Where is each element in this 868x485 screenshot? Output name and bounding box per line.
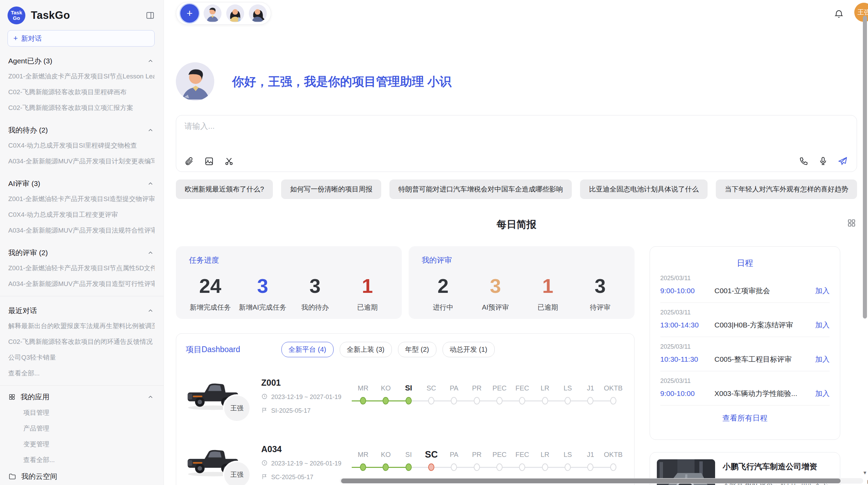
join-button[interactable]: 加入	[815, 320, 830, 330]
recent-chat-item[interactable]: 公司Q3轻卡销量	[8, 350, 155, 365]
sidebar-link[interactable]: 我的云空间	[8, 468, 155, 485]
sidebar-task-item[interactable]: Z001-全新燃油轻卡产品开发项目SI造型提交物评审	[8, 191, 155, 207]
chevron-up-icon[interactable]	[147, 307, 154, 314]
attachment-icon[interactable]	[184, 157, 194, 166]
milestone-node[interactable]	[428, 397, 434, 405]
vertical-scrollbar[interactable]: ▼	[863, 0, 867, 485]
milestone-node[interactable]	[383, 463, 389, 471]
milestone-label: PA	[443, 449, 465, 460]
notification-bell-icon[interactable]	[834, 9, 844, 21]
sidebar-task-item[interactable]: Z001-全新燃油轻卡产品开发项目SI节点属性5D文件评审	[8, 260, 155, 276]
send-icon[interactable]	[837, 156, 848, 166]
join-button[interactable]: 加入	[815, 355, 830, 364]
chat-input[interactable]	[184, 120, 849, 151]
sidebar-group-header[interactable]: 我的评审 (2)	[8, 245, 155, 260]
milestone-label: PEC	[488, 382, 511, 394]
grid-layout-icon[interactable]	[847, 218, 856, 229]
milestone-node[interactable]	[406, 397, 412, 405]
filter-pill[interactable]: 年型 (2)	[398, 342, 436, 357]
milestone-node[interactable]	[565, 463, 571, 471]
milestone-node[interactable]	[474, 463, 480, 471]
milestone-node[interactable]	[406, 463, 412, 471]
recent-chat-item[interactable]: 解释最新出台的欧盟报废车法规再生塑料比例被调至15%...	[8, 318, 155, 334]
microphone-icon[interactable]	[818, 156, 828, 166]
milestone-node[interactable]	[519, 463, 525, 471]
suggestion-chip[interactable]: 特朗普可能对进口汽车增税会对中国车企造成哪些影响	[389, 179, 572, 199]
milestone-label: PR	[466, 382, 488, 394]
project-row[interactable]: 王强A0342023-12-19 ~ 2026-01-19SC-2025-05-…	[186, 435, 625, 485]
milestone-node[interactable]	[451, 463, 457, 471]
sidebar-task-item[interactable]: C0X4-动力总成开发项目工程变更评审	[8, 207, 155, 223]
view-all-schedule-link[interactable]: 查看所有日程	[660, 413, 830, 423]
horizontal-scrollbar[interactable]: ▶	[340, 478, 863, 484]
milestone-node[interactable]	[565, 397, 571, 405]
milestone-node[interactable]	[474, 397, 480, 405]
suggestion-chip[interactable]: 比亚迪全固态电池计划具体说了什么	[580, 179, 708, 199]
milestone: FEC	[511, 449, 533, 474]
new-chat-button[interactable]: + 新对话	[8, 30, 155, 47]
milestone-node[interactable]	[587, 397, 593, 405]
milestone-node[interactable]	[610, 397, 616, 405]
scroll-down-arrow-icon[interactable]: ▼	[863, 470, 867, 475]
milestone-node[interactable]	[383, 397, 389, 405]
sidebar-task-item[interactable]: A034-全新新能源MUV产品开发项目造型可行性评审	[8, 276, 155, 292]
milestone-node[interactable]	[587, 463, 593, 471]
stat-value: 1	[341, 274, 394, 297]
milestone-node[interactable]	[519, 397, 525, 405]
milestone-node[interactable]	[542, 463, 548, 471]
image-icon[interactable]	[204, 157, 214, 166]
milestone-node[interactable]	[360, 463, 366, 471]
milestone-node[interactable]	[451, 397, 457, 405]
schedule-name: C003|H0B-方案冻结评审	[714, 320, 815, 330]
milestone-node[interactable]	[542, 397, 548, 405]
milestone-label: PA	[443, 382, 465, 394]
agent-avatar[interactable]	[226, 4, 244, 22]
recent-chats-header[interactable]: 最近对话	[8, 303, 155, 318]
scissors-icon[interactable]	[224, 157, 234, 166]
horizontal-scrollbar-thumb[interactable]	[341, 478, 841, 483]
suggestion-chip[interactable]: 如何写一份清晰的项目周报	[281, 179, 381, 199]
milestone-node[interactable]	[610, 463, 616, 471]
sidebar-group-header[interactable]: 我的待办 (2)	[8, 123, 155, 138]
agent-avatar[interactable]	[204, 4, 221, 22]
project-row[interactable]: 王强Z0012023-12-19 ~ 2027-01-19SI-2025-05-…	[186, 369, 625, 424]
join-button[interactable]: 加入	[815, 286, 830, 296]
milestone-node[interactable]	[496, 397, 503, 405]
sidebar-group-header[interactable]: AI评审 (3)	[8, 176, 155, 191]
app-item[interactable]: 查看全部...	[8, 452, 155, 468]
milestone-node[interactable]	[428, 463, 434, 471]
phone-icon[interactable]	[799, 156, 809, 166]
recent-chat-item[interactable]: 查看全部...	[8, 365, 155, 381]
agent-avatar[interactable]	[249, 4, 267, 22]
suggestion-chip[interactable]: 当下年轻人对汽车外观有怎样的喜好趋势	[716, 179, 857, 199]
app-item[interactable]: 产品管理	[8, 421, 155, 436]
suggestion-chip[interactable]: 欧洲新规最近颁布了什么?	[176, 179, 273, 199]
join-button[interactable]: 加入	[815, 389, 830, 398]
chevron-up-icon[interactable]	[147, 394, 154, 400]
sidebar-task-item[interactable]: C02-飞腾新能源轻客改款项目立项汇报方案	[8, 100, 155, 116]
app-item[interactable]: 项目管理	[8, 405, 155, 421]
recent-chat-item[interactable]: C02-飞腾新能源轻客改款项目的闭环通告反馈情况	[8, 334, 155, 350]
recent-chats-section: 最近对话 解释最新出台的欧盟报废车法规再生塑料比例被调至15%...C02-飞腾…	[8, 303, 155, 381]
milestone-node[interactable]	[496, 463, 503, 471]
chevron-up-icon[interactable]	[147, 58, 154, 64]
filter-pill[interactable]: 全新平台 (4)	[281, 342, 334, 357]
chevron-up-icon[interactable]	[147, 180, 154, 187]
sidebar-task-item[interactable]: C0X4-动力总成开发项目SI里程碑提交物检查	[8, 138, 155, 153]
sidebar-group: Agent已办 (3)Z001-全新燃油皮卡产品开发项目SI节点Lesson L…	[8, 53, 155, 116]
chevron-up-icon[interactable]	[147, 249, 154, 256]
sidebar-task-item[interactable]: Z001-全新燃油皮卡产品开发项目SI节点Lesson Learn报告	[8, 69, 155, 84]
sidebar-task-item[interactable]: A034-全新新能源MUV产品开发项目计划变更表编写	[8, 153, 155, 169]
milestone-node[interactable]	[360, 397, 366, 405]
filter-pill[interactable]: 动总开发 (1)	[443, 342, 495, 357]
sidebar-task-item[interactable]: C02-飞腾新能源轻客改款项目里程碑画布	[8, 84, 155, 100]
app-item[interactable]: 变更管理	[8, 436, 155, 452]
sidebar-task-item[interactable]: A034-全新新能源MUV产品开发项目法规符合性评审	[8, 223, 155, 238]
add-agent-button[interactable]: +	[180, 4, 199, 23]
vertical-scrollbar-thumb[interactable]	[863, 16, 867, 319]
filter-pill[interactable]: 全新上装 (3)	[340, 342, 392, 357]
sidebar-group-header[interactable]: Agent已办 (3)	[8, 53, 155, 69]
chevron-up-icon[interactable]	[147, 127, 154, 134]
my-apps-header[interactable]: 我的应用	[8, 389, 155, 405]
sidebar-collapse-icon[interactable]	[146, 11, 155, 20]
